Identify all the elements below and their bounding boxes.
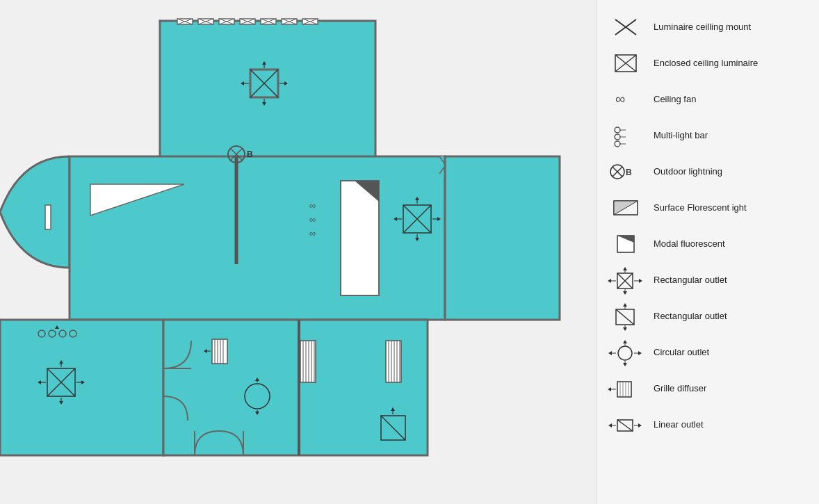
svg-marker-159 bbox=[623, 327, 627, 331]
enclosed-ceiling-luminaire-label: Enclosed ceiling luminaire bbox=[654, 58, 758, 70]
svg-text:∞: ∞ bbox=[309, 200, 316, 211]
svg-rect-44 bbox=[341, 181, 379, 295]
rectangular-outlet-1-icon bbox=[608, 267, 644, 293]
multi-light-bar-label: Multi-light bar bbox=[654, 130, 708, 142]
svg-point-131 bbox=[615, 141, 620, 147]
legend-linear-outlet: Linear outlet bbox=[608, 412, 809, 438]
svg-marker-164 bbox=[623, 363, 627, 366]
linear-outlet-label: Linear outlet bbox=[654, 419, 704, 431]
svg-rect-102 bbox=[300, 341, 316, 382]
grille-diffuser-label: Grille diffuser bbox=[654, 383, 706, 395]
svg-rect-169 bbox=[617, 382, 631, 397]
outdoor-lightning-icon: B bbox=[608, 158, 644, 185]
floor-plan-area: .room-fill { fill: #4dc9cc; stroke: #666… bbox=[0, 0, 597, 504]
svg-marker-147 bbox=[623, 267, 627, 270]
linear-outlet-icon bbox=[608, 412, 644, 438]
svg-text:B: B bbox=[247, 149, 253, 159]
legend-rectangular-outlet-1: Rectangular outlet bbox=[608, 267, 809, 293]
svg-marker-166 bbox=[608, 351, 612, 355]
svg-text:∞: ∞ bbox=[309, 214, 316, 225]
svg-text:∞: ∞ bbox=[309, 228, 316, 238]
outdoor-lightning-label: Outdoor lightning bbox=[654, 166, 722, 178]
svg-rect-34 bbox=[70, 156, 445, 320]
svg-marker-168 bbox=[638, 351, 642, 355]
circular-outlet-icon bbox=[608, 339, 644, 366]
svg-line-177 bbox=[617, 420, 633, 431]
legend-rectangular-outlet-2: Rectangular outlet bbox=[608, 303, 809, 330]
svg-text:B: B bbox=[626, 168, 632, 177]
rectangular-outlet-2-icon bbox=[608, 303, 644, 330]
surface-florescent-light-label: Surface Florescent ight bbox=[654, 202, 747, 214]
svg-rect-95 bbox=[212, 339, 227, 364]
ceiling-fan-icon: ∞ bbox=[608, 86, 644, 113]
legend-modal-fluorescent: Modal fluorescent bbox=[608, 231, 809, 257]
svg-marker-181 bbox=[638, 423, 642, 428]
grille-diffuser-icon bbox=[608, 375, 644, 402]
svg-rect-113 bbox=[386, 341, 401, 382]
multi-light-bar-icon bbox=[608, 122, 644, 149]
svg-marker-179 bbox=[608, 423, 612, 428]
enclosed-ceiling-luminaire-icon bbox=[608, 50, 644, 76]
legend-circular-outlet: Circular outlet bbox=[608, 339, 809, 366]
floor-plan-svg: .room-fill { fill: #4dc9cc; stroke: #666… bbox=[0, 0, 570, 487]
svg-marker-151 bbox=[608, 279, 611, 283]
legend-luminaire-ceiling-mount: Luminaire ceilling mount bbox=[608, 14, 809, 40]
modal-fluorescent-label: Modal fluorescent bbox=[654, 238, 725, 250]
legend-multi-light-bar: Multi-light bar bbox=[608, 122, 809, 149]
legend-outdoor-lightning: B Outdoor lightning bbox=[608, 158, 809, 185]
legend-ceiling-fan: ∞ Ceiling fan bbox=[608, 86, 809, 113]
svg-marker-162 bbox=[623, 340, 627, 343]
legend-surface-florescent-light: Surface Florescent ight bbox=[608, 195, 809, 221]
svg-line-155 bbox=[616, 309, 634, 325]
svg-marker-153 bbox=[639, 279, 642, 283]
rectangular-outlet-2-label: Rectangular outlet bbox=[654, 311, 727, 323]
svg-rect-71 bbox=[0, 320, 163, 455]
legend-grille-diffuser: Grille diffuser bbox=[608, 375, 809, 402]
svg-point-129 bbox=[615, 127, 620, 133]
svg-point-160 bbox=[618, 346, 632, 360]
svg-text:∞: ∞ bbox=[615, 91, 625, 106]
legend-panel: Luminaire ceilling mount Enclosed ceilin… bbox=[597, 0, 819, 504]
luminaire-ceiling-mount-icon bbox=[608, 14, 644, 40]
modal-fluorescent-icon bbox=[608, 231, 644, 257]
surface-florescent-light-icon bbox=[608, 195, 644, 221]
svg-marker-157 bbox=[623, 303, 627, 307]
rectangular-outlet-1-label: Rectangular outlet bbox=[654, 275, 727, 286]
svg-rect-33 bbox=[45, 205, 51, 229]
ceiling-fan-label: Ceiling fan bbox=[654, 94, 696, 106]
svg-marker-140 bbox=[614, 201, 638, 215]
svg-marker-175 bbox=[608, 387, 611, 391]
circular-outlet-label: Circular outlet bbox=[654, 347, 709, 359]
svg-marker-149 bbox=[623, 291, 627, 295]
luminaire-ceiling-mount-label: Luminaire ceilling mount bbox=[654, 22, 751, 33]
svg-point-130 bbox=[615, 134, 620, 140]
legend-enclosed-ceiling-luminaire: Enclosed ceiling luminaire bbox=[608, 50, 809, 76]
svg-rect-70 bbox=[445, 156, 560, 320]
